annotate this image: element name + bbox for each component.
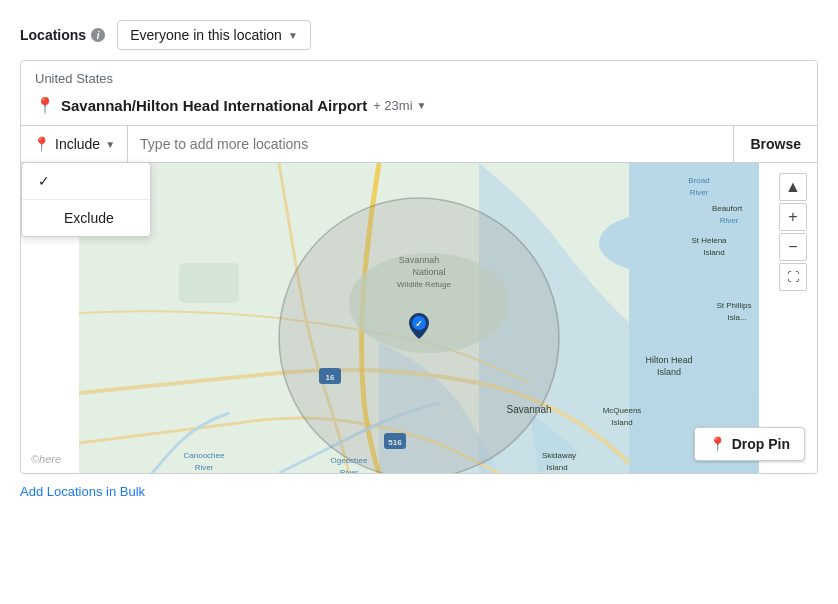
include-pin-icon: 📍	[33, 136, 50, 152]
add-locations-bulk-link[interactable]: Add Locations in Bulk	[20, 484, 145, 499]
svg-text:Broad: Broad	[688, 176, 709, 185]
radius-value: + 23mi	[373, 98, 412, 113]
location-pin-icon: 📍	[35, 96, 55, 115]
svg-text:Beaufort: Beaufort	[712, 204, 743, 213]
include-menu: ✓ Exclude	[21, 162, 151, 237]
browse-button[interactable]: Browse	[733, 126, 817, 162]
svg-text:Canoochee: Canoochee	[184, 451, 225, 460]
drop-pin-label: Drop Pin	[732, 436, 790, 452]
map-zoom-out-button[interactable]: −	[779, 233, 807, 261]
location-box: United States 📍 Savannah/Hilton Head Int…	[20, 60, 818, 474]
drop-pin-icon: 📍	[709, 436, 726, 452]
include-label: Include	[55, 136, 100, 152]
map-watermark: ©here	[31, 453, 61, 465]
location-search-bar: 📍 Include ▼ ✓ Exclude Browse	[21, 125, 817, 163]
svg-text:Island: Island	[546, 463, 567, 472]
everyone-dropdown-arrow: ▼	[288, 30, 298, 41]
locations-label-group: Locations i	[20, 27, 105, 43]
svg-text:Island: Island	[611, 418, 632, 427]
svg-text:Wildlife Refuge: Wildlife Refuge	[397, 280, 451, 289]
map-minus-icon: −	[788, 238, 797, 256]
svg-text:River: River	[195, 463, 214, 472]
location-region-header: United States	[21, 61, 817, 90]
radius-dropdown-arrow: ▼	[417, 100, 427, 111]
locations-row: Locations i Everyone in this location ▼	[20, 20, 818, 50]
map-scroll-up-button[interactable]: ▲	[779, 173, 807, 201]
svg-text:Skidaway: Skidaway	[542, 451, 576, 460]
location-search-input[interactable]	[128, 126, 733, 162]
location-name: Savannah/Hilton Head International Airpo…	[61, 97, 367, 114]
svg-text:Savannah: Savannah	[399, 255, 440, 265]
svg-text:Island: Island	[657, 367, 681, 377]
locations-label-text: Locations	[20, 27, 86, 43]
browse-label: Browse	[750, 136, 801, 152]
map-up-arrow-icon: ▲	[785, 178, 801, 196]
svg-text:River: River	[690, 188, 709, 197]
map-fullscreen-icon: ⛶	[787, 270, 799, 284]
svg-text:Savannah: Savannah	[506, 404, 551, 415]
svg-text:St Phillips: St Phillips	[716, 301, 751, 310]
include-check-icon: ✓	[38, 173, 54, 189]
radius-badge[interactable]: + 23mi ▼	[373, 98, 426, 113]
svg-text:McQueens: McQueens	[603, 406, 642, 415]
svg-text:Ogeechee: Ogeechee	[331, 456, 368, 465]
everyone-dropdown-label: Everyone in this location	[130, 27, 282, 43]
locations-section: Locations i Everyone in this location ▼ …	[20, 20, 818, 500]
map-zoom-in-button[interactable]: +	[779, 203, 807, 231]
everyone-dropdown-button[interactable]: Everyone in this location ▼	[117, 20, 311, 50]
svg-text:National: National	[412, 267, 445, 277]
location-entry: 📍 Savannah/Hilton Head International Air…	[21, 90, 817, 125]
map-fullscreen-button[interactable]: ⛶	[779, 263, 807, 291]
drop-pin-button[interactable]: 📍 Drop Pin	[694, 427, 805, 461]
map-plus-icon: +	[788, 208, 797, 226]
svg-rect-8	[179, 263, 239, 303]
map-controls: ▲ + − ⛶	[779, 173, 807, 291]
include-dropdown[interactable]: 📍 Include ▼ ✓ Exclude	[21, 126, 128, 162]
include-menu-exclude-label: Exclude	[64, 210, 114, 226]
info-icon[interactable]: i	[91, 28, 105, 42]
include-dropdown-arrow: ▼	[105, 139, 115, 150]
svg-text:Island: Island	[703, 248, 724, 257]
svg-text:St Helena: St Helena	[691, 236, 727, 245]
include-menu-item-exclude[interactable]: Exclude	[22, 200, 150, 236]
svg-text:River: River	[720, 216, 739, 225]
svg-text:✓: ✓	[415, 319, 423, 329]
svg-text:Isla...: Isla...	[727, 313, 746, 322]
svg-text:River: River	[340, 468, 359, 473]
svg-text:Hilton Head: Hilton Head	[645, 355, 692, 365]
include-menu-item-include[interactable]: ✓	[22, 163, 150, 200]
